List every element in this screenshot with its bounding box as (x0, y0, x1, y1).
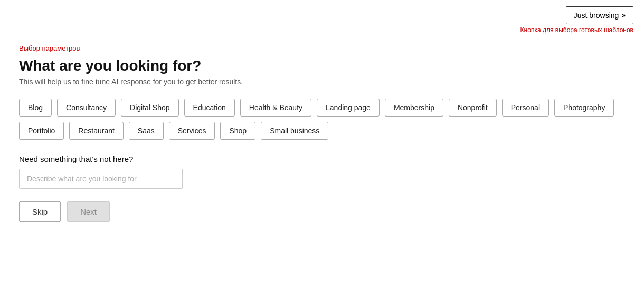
page-subtitle: This will help us to fine tune AI respon… (19, 78, 625, 86)
tag-landing-page[interactable]: Landing page (317, 99, 380, 117)
tags-container: BlogConsultancyDigital ShopEducationHeal… (19, 99, 625, 140)
tag-health-beauty[interactable]: Health & Beauty (240, 99, 311, 117)
tag-services[interactable]: Services (169, 122, 215, 140)
tag-portfolio[interactable]: Portfolio (19, 122, 64, 140)
tag-personal[interactable]: Personal (502, 99, 549, 117)
tag-saas[interactable]: Saas (129, 122, 164, 140)
tag-nonprofit[interactable]: Nonprofit (449, 99, 497, 117)
just-browsing-button[interactable]: Just browsing » (566, 6, 633, 24)
main-content: Выбор параметров What are you looking fo… (0, 34, 644, 233)
tag-restaurant[interactable]: Restaurant (69, 122, 123, 140)
tag-small-business[interactable]: Small business (261, 122, 328, 140)
breadcrumb: Выбор параметров (19, 44, 625, 52)
next-button[interactable]: Next (67, 201, 110, 222)
chevron-right-icon: » (622, 12, 626, 19)
custom-input[interactable] (19, 169, 183, 189)
footer-actions: Skip Next (19, 201, 625, 222)
tag-membership[interactable]: Membership (385, 99, 443, 117)
skip-button[interactable]: Skip (19, 201, 61, 222)
tag-shop[interactable]: Shop (220, 122, 255, 140)
top-bar: Just browsing » (0, 0, 644, 24)
tag-education[interactable]: Education (184, 99, 235, 117)
just-browsing-label: Just browsing (574, 11, 619, 20)
tag-consultancy[interactable]: Consultancy (57, 99, 116, 117)
custom-section-label: Need something that's not here? (19, 155, 625, 163)
hint-text: Кнопка для выбора готовых шаблонов (0, 26, 644, 34)
tag-photography[interactable]: Photography (554, 99, 614, 117)
page-title: What are you looking for? (19, 57, 625, 74)
tag-blog[interactable]: Blog (19, 99, 52, 117)
custom-section: Need something that's not here? (19, 155, 625, 189)
tag-digital-shop[interactable]: Digital Shop (121, 99, 179, 117)
